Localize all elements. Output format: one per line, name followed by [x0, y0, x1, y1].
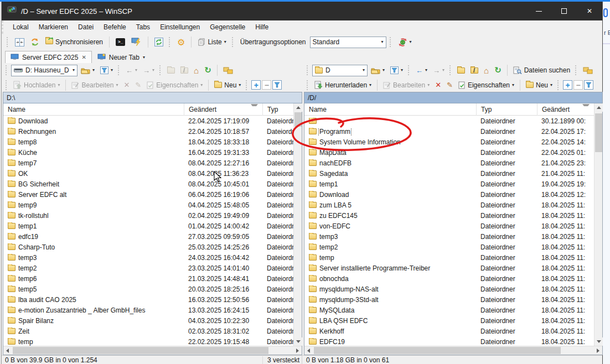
file-row[interactable]: temp7 08.04.2025 12:27:16 Dateiordner — [3, 158, 293, 168]
open-terminal-button[interactable]: >_ — [113, 37, 127, 48]
local-filter-button[interactable]: ▾ — [98, 65, 115, 76]
file-row[interactable]: Server EDFC alt 06.04.2025 16:19:06 Date… — [3, 189, 293, 200]
toolbar-grip[interactable] — [307, 65, 309, 75]
tab-new-tab[interactable]: Neuer Tab ▾ — [92, 51, 151, 63]
file-row[interactable]: mysqldump-3Std-alt Dateiordner 18.04.202… — [304, 294, 594, 305]
local-horizontal-scrollbar[interactable] — [3, 346, 302, 355]
file-row[interactable]: System Volume Information Dateiordner 22… — [304, 137, 594, 147]
menu-item[interactable]: Gegenstelle — [205, 22, 250, 33]
local-directory-tree-button[interactable] — [221, 65, 235, 76]
local-selection-filter-button[interactable] — [272, 80, 282, 90]
tab-close-icon[interactable]: ✕ — [81, 54, 86, 60]
refresh-button[interactable] — [152, 36, 166, 48]
local-delete-button[interactable]: ✕ — [121, 79, 132, 91]
remote-vertical-scrollbar[interactable] — [594, 103, 602, 346]
file-row[interactable]: MapData Dateiordner 22.04.2025 01: — [304, 147, 594, 158]
minimize-button[interactable] — [526, 2, 551, 20]
remote-forward-button[interactable]: →▾ — [431, 65, 447, 76]
transfer-settings-button[interactable]: ▾ — [396, 36, 414, 49]
file-row[interactable]: zu EDFC145 Dateiordner 18.04.2025 11: — [304, 210, 594, 221]
scrollbar-thumb[interactable] — [314, 347, 561, 354]
console-command-button[interactable] — [129, 36, 144, 48]
file-row[interactable]: zum LBA 5 Dateiordner 18.04.2025 11: — [304, 200, 594, 210]
file-row[interactable]: temp6 21.03.2025 14:48:41 Dateiordner — [3, 273, 293, 284]
file-row[interactable]: temp5 20.03.2025 18:25:16 Dateiordner — [3, 284, 293, 294]
remote-edit-button[interactable]: Bearbeiten ▾ — [381, 80, 432, 91]
close-button[interactable]: ✕ — [577, 2, 602, 20]
remote-selection-filter-button[interactable] — [584, 80, 593, 90]
scroll-up-arrow[interactable] — [294, 103, 302, 112]
menu-item[interactable]: Markieren — [34, 22, 73, 33]
menu-item[interactable]: Hilfe — [250, 22, 273, 33]
file-row[interactable]: von-EDFC Dateiordner 18.04.2025 11: — [304, 221, 594, 231]
column-header-modified[interactable]: Geändert — [184, 103, 262, 116]
remote-open-directory-button[interactable]: ▾ — [369, 65, 387, 76]
toolbar-grip[interactable] — [246, 80, 249, 90]
tab-server-edfc-2025[interactable]: Server EDFC 2025 ✕ — [5, 51, 92, 63]
remote-home-directory-button[interactable]: ⌂ — [482, 64, 491, 77]
local-edit-button[interactable]: Bearbeiten ▾ — [69, 80, 120, 91]
local-rename-button[interactable]: ✎ — [133, 79, 143, 91]
toolbar-grip[interactable] — [557, 80, 560, 90]
compare-panels-button[interactable] — [13, 37, 27, 48]
scroll-up-arrow[interactable] — [595, 103, 603, 112]
menu-item[interactable]: Datei — [73, 22, 99, 33]
menu-item[interactable]: Tabs — [131, 22, 155, 33]
scroll-down-arrow[interactable] — [294, 337, 302, 346]
panel-view-button[interactable]: Liste ▾ — [195, 37, 228, 48]
file-row[interactable]: edfc19 27.03.2025 09:59:05 Dateiordner — [3, 231, 293, 242]
file-row[interactable]: obnochda Dateiordner 18.04.2025 11: — [304, 273, 594, 284]
file-row[interactable]: Rechnungen 22.04.2025 10:18:57 Dateiordn… — [3, 126, 293, 137]
file-row[interactable]: Server installierte Programme-Treiber Da… — [304, 263, 594, 273]
scrollbar-thumb[interactable] — [595, 113, 602, 152]
remote-delete-button[interactable]: ✕ — [433, 79, 443, 91]
remote-directory-tree-button[interactable] — [581, 65, 595, 76]
scroll-left-arrow[interactable] — [304, 346, 313, 355]
file-row[interactable]: Sagedata Dateiordner 21.04.2025 11: — [304, 168, 594, 179]
remote-new-button[interactable]: Neu ▾ — [524, 80, 555, 91]
file-row[interactable]: temp 22.02.2025 19:15:48 Dateiordner — [3, 336, 293, 346]
file-row[interactable]: temp3 Dateiordner 18.04.2025 11: — [304, 231, 594, 242]
file-row[interactable]: Download 22.04.2025 17:19:09 Dateiordner — [3, 116, 293, 126]
file-row[interactable]: Download Dateiordner 18.04.2025 12: — [304, 189, 594, 200]
file-row[interactable]: mysqldump-NAS-alt Dateiordner 18.04.2025… — [304, 284, 594, 294]
menu-item[interactable]: Lokal — [8, 22, 34, 33]
file-row[interactable]: temp1 01.04.2025 14:00:42 Dateiordner — [3, 221, 293, 231]
file-row[interactable]: Dateiordner 30.12.1899 00: — [304, 116, 594, 126]
local-open-directory-button[interactable]: ▾ — [79, 65, 97, 76]
file-row[interactable]: temp8 18.04.2025 18:33:18 Dateiordner — [3, 137, 293, 147]
find-files-button[interactable]: Dateien suchen — [511, 65, 572, 76]
remote-drive-combo[interactable]: D ▾ — [312, 65, 368, 76]
synchronize-browsing-button[interactable] — [28, 36, 42, 48]
file-row[interactable]: Küche 16.04.2025 19:31:33 Dateiordner — [3, 147, 293, 158]
remote-horizontal-scrollbar[interactable] — [304, 346, 602, 355]
maximize-button[interactable] — [551, 2, 577, 20]
scroll-down-arrow[interactable] — [595, 337, 603, 346]
column-header-name[interactable]: Name — [3, 103, 184, 116]
toolbar-grip[interactable] — [6, 65, 8, 75]
remote-back-button[interactable]: ←▾ — [413, 65, 430, 76]
file-row[interactable]: temp9 04.04.2025 15:48:05 Dateiordner — [3, 200, 293, 210]
toolbar-grip[interactable] — [307, 80, 309, 90]
local-properties-button[interactable]: Eigenschaften ▾ — [144, 80, 205, 91]
local-refresh-button[interactable]: ↻ — [202, 64, 214, 77]
remote-filter-button[interactable]: ▾ — [388, 65, 405, 76]
local-parent-directory-button[interactable] — [165, 66, 177, 75]
local-forward-button[interactable]: →▾ — [141, 65, 157, 76]
toolbar-grip[interactable] — [159, 65, 162, 75]
local-unselect-button[interactable]: − — [262, 80, 271, 90]
file-row[interactable]: temp2 Dateiordner 18.04.2025 11: — [304, 242, 594, 252]
toolbar-grip[interactable] — [575, 65, 578, 75]
preferences-button[interactable]: ⚙ — [175, 35, 187, 49]
file-row[interactable]: BG Sicherheit 08.04.2025 10:45:01 Dateio… — [3, 179, 293, 189]
menu-item[interactable]: Einstellungen — [155, 22, 205, 33]
remote-parent-directory-button[interactable] — [455, 66, 467, 75]
file-row[interactable]: e-motion Zusatzantrieb _ Alber GmbH_file… — [3, 305, 293, 315]
scroll-left-arrow[interactable] — [3, 346, 12, 355]
download-button[interactable]: Herunterladen ▾ — [312, 79, 374, 91]
file-row[interactable]: EDFC19 Dateiordner 18.04.2025 11: — [304, 336, 594, 346]
column-header-modified[interactable]: Geändert — [537, 103, 594, 116]
local-new-button[interactable]: Neu ▾ — [212, 80, 243, 91]
remote-unselect-button[interactable]: − — [573, 80, 583, 90]
file-row[interactable]: temp Dateiordner 18.04.2025 11: — [304, 252, 594, 263]
